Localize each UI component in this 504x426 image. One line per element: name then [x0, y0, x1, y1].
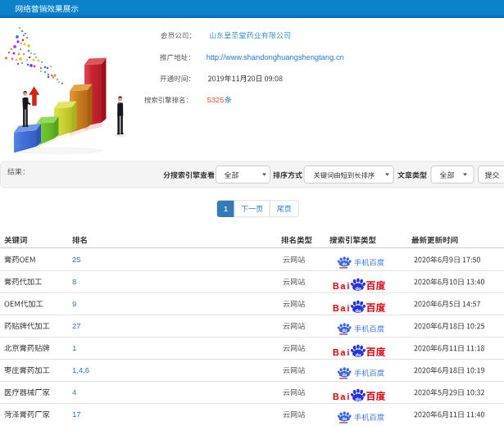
- svg-text:1: 1: [72, 343, 76, 352]
- svg-text:http://www.shandonghuangshengt: http://www.shandonghuangshengtang.cn: [207, 53, 344, 61]
- svg-text:25: 25: [72, 255, 80, 264]
- svg-text:9: 9: [72, 299, 76, 308]
- svg-text:27: 27: [72, 321, 80, 330]
- svg-text:4: 4: [72, 387, 76, 397]
- svg-text:17: 17: [72, 410, 80, 419]
- svg-text:8: 8: [72, 277, 76, 286]
- svg-text:5325: 5325: [207, 95, 225, 104]
- svg-text:1: 1: [224, 204, 228, 213]
- svg-text:1,4,6: 1,4,6: [72, 365, 89, 374]
